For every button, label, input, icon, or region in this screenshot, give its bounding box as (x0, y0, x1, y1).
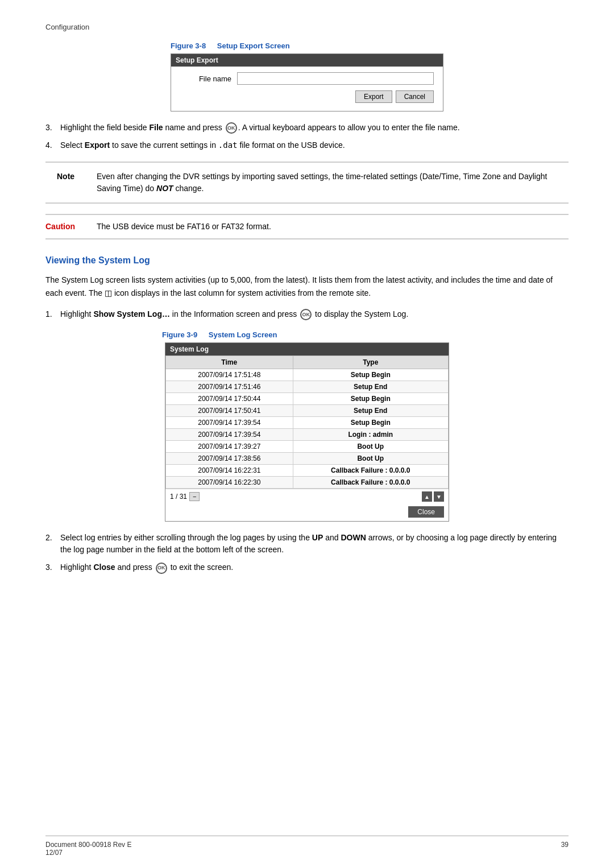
figure-3-8-title: Figure 3-8 Setup Export Screen (171, 42, 443, 50)
syslog-tbody: 2007/09/14 17:51:48Setup Begin2007/09/14… (166, 369, 449, 489)
step-3-after-log: 3. Highlight Close and press OK to exit … (45, 561, 569, 573)
cell-type: Setup Begin (293, 417, 448, 429)
monitor-icon: ◫ (105, 288, 112, 297)
table-row: 2007/09/14 17:50:44Setup Begin (166, 393, 449, 405)
cell-type: Boot Up (293, 441, 448, 453)
syslog-footer: 1 / 31 − ▲ ▼ (165, 489, 449, 504)
page-footer: Document 800-00918 Rev E 12/07 39 (45, 836, 569, 857)
page-indicator: 1 / 31 − (170, 492, 200, 501)
file-name-label: File name (180, 75, 231, 83)
ok-icon-3: OK (156, 563, 167, 574)
step-2-num: 2. (45, 532, 60, 556)
table-row: 2007/09/14 17:39:54Login : admin (166, 429, 449, 441)
page-minus-button[interactable]: − (189, 492, 200, 501)
scroll-up-button[interactable]: ▲ (422, 491, 432, 502)
cell-type: Setup End (293, 405, 448, 417)
step-3-num: 3. (45, 122, 60, 134)
step-4-bold-export: Export (85, 140, 110, 150)
figure-3-8-label: Figure 3-8 (171, 42, 206, 50)
cell-time: 2007/09/14 17:39:54 (166, 417, 293, 429)
step-3b-num: 3. (45, 561, 60, 573)
table-row: 2007/09/14 17:51:46Setup End (166, 381, 449, 393)
table-row: 2007/09/14 16:22:31Callback Failure : 0.… (166, 465, 449, 477)
breadcrumb: Configuration (45, 23, 569, 31)
cell-type: Setup Begin (293, 393, 448, 405)
caution-label: Caution (45, 221, 85, 233)
cell-time: 2007/09/14 17:38:56 (166, 453, 293, 465)
syslog-screen: System Log Time Type 2007/09/14 17:51:48… (165, 342, 449, 522)
syslog-close-button[interactable]: Close (408, 506, 444, 518)
close-label: Close (93, 563, 115, 572)
step-1-item: 1. Highlight Show System Log… in the Inf… (45, 308, 569, 320)
step-2-after-log: 2. Select log entries by either scrollin… (45, 532, 569, 556)
footer-left: Document 800-00918 Rev E 12/07 (45, 841, 131, 857)
down-label: DOWN (341, 533, 366, 542)
figure-3-8-screen-title: Setup Export Screen (217, 42, 290, 50)
cell-type: Login : admin (293, 429, 448, 441)
figure-3-8-container: Figure 3-8 Setup Export Screen Setup Exp… (171, 42, 443, 111)
col-type-header: Type (293, 356, 448, 369)
cell-type: Callback Failure : 0.0.0.0 (293, 477, 448, 489)
step-3-bold-file: File (149, 123, 163, 132)
nav-arrows: ▲ ▼ (422, 491, 444, 502)
step-3: 3. Highlight the field beside File name … (45, 122, 569, 134)
step-1-num: 1. (45, 308, 60, 320)
export-button-row: Export Cancel (180, 90, 434, 103)
caution-box: Caution The USB device must be FAT16 or … (45, 214, 569, 239)
table-row: 2007/09/14 17:39:54Setup Begin (166, 417, 449, 429)
note-box: Note Even after changing the DVR setting… (45, 162, 569, 204)
scroll-down-button[interactable]: ▼ (434, 491, 444, 502)
step-3b-text: Highlight Close and press OK to exit the… (60, 561, 569, 573)
file-name-input[interactable] (237, 72, 434, 85)
steps-3-4: 3. Highlight the field beside File name … (45, 122, 569, 151)
cell-type: Boot Up (293, 453, 448, 465)
step-1-syslog: 1. Highlight Show System Log… in the Inf… (45, 308, 569, 320)
note-not: NOT (156, 184, 173, 193)
syslog-header: System Log (165, 343, 449, 356)
cell-time: 2007/09/14 17:50:41 (166, 405, 293, 417)
note-text: Even after changing the DVR settings by … (97, 171, 557, 195)
caution-text: The USB device must be FAT16 or FAT32 fo… (97, 221, 271, 233)
cell-time: 2007/09/14 17:51:46 (166, 381, 293, 393)
section-heading-viewing-log: Viewing the System Log (45, 255, 569, 266)
cell-time: 2007/09/14 16:22:31 (166, 465, 293, 477)
cell-time: 2007/09/14 17:39:27 (166, 441, 293, 453)
cancel-button[interactable]: Cancel (396, 90, 434, 103)
up-label: UP (312, 533, 323, 542)
table-row: 2007/09/14 17:51:48Setup Begin (166, 369, 449, 381)
figure-3-9-title: Figure 3-9 System Log Screen (162, 330, 452, 339)
file-name-row: File name (180, 72, 434, 85)
footer-page-number: 39 (561, 841, 569, 857)
syslog-table: Time Type 2007/09/14 17:51:48Setup Begin… (165, 356, 449, 489)
table-row: 2007/09/14 17:38:56Boot Up (166, 453, 449, 465)
cell-time: 2007/09/14 16:22:30 (166, 477, 293, 489)
figure-3-9-screen-title: System Log Screen (209, 330, 277, 339)
figure-3-9-container: Figure 3-9 System Log Screen System Log … (162, 330, 452, 522)
col-time-header: Time (166, 356, 293, 369)
section-para-log: The System Log screen lists system activ… (45, 274, 569, 299)
page-number: 1 / 31 (170, 493, 187, 501)
step-4-num: 4. (45, 139, 60, 151)
setup-export-body: File name Export Cancel (171, 67, 443, 111)
ok-icon-1: OK (226, 122, 237, 134)
setup-export-screen: Setup Export File name Export Cancel (171, 53, 443, 111)
cell-type: Callback Failure : 0.0.0.0 (293, 465, 448, 477)
step-1-text: Highlight Show System Log… in the Inform… (60, 308, 569, 320)
table-row: 2007/09/14 16:22:30Callback Failure : 0.… (166, 477, 449, 489)
figure-3-9-label: Figure 3-9 (162, 330, 197, 339)
table-row: 2007/09/14 17:39:27Boot Up (166, 441, 449, 453)
cell-time: 2007/09/14 17:50:44 (166, 393, 293, 405)
step-2-text: Select log entries by either scrolling t… (60, 532, 569, 556)
setup-export-header: Setup Export (171, 54, 443, 67)
steps-2-3-after-log: 2. Select log entries by either scrollin… (45, 532, 569, 573)
footer-date: 12/07 (45, 849, 131, 857)
step-3-text: Highlight the field beside File name and… (60, 122, 569, 134)
step-4-text: Select Export to save the current settin… (60, 139, 569, 151)
page-content: Configuration Figure 3-8 Setup Export Sc… (0, 0, 614, 618)
table-row: 2007/09/14 17:50:41Setup End (166, 405, 449, 417)
step-4: 4. Select Export to save the current set… (45, 139, 569, 151)
cell-time: 2007/09/14 17:39:54 (166, 429, 293, 441)
export-button[interactable]: Export (355, 90, 392, 103)
syslog-close-row: Close (165, 504, 449, 521)
cell-type: Setup End (293, 381, 448, 393)
